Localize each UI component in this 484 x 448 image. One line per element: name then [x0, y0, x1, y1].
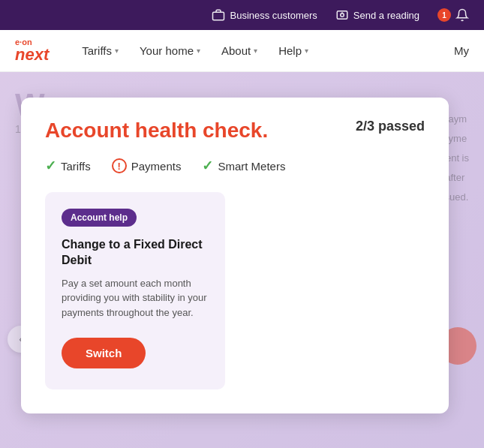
briefcase-icon — [212, 8, 225, 22]
tariffs-chevron-icon: ▾ — [115, 47, 119, 55]
check-item-tariffs: ✓ Tariffs — [45, 158, 91, 174]
meter-icon — [335, 8, 349, 22]
switch-button[interactable]: Switch — [62, 338, 146, 368]
business-customers-link[interactable]: Business customers — [212, 8, 317, 22]
check-label-tariffs: Tariffs — [61, 160, 91, 173]
top-bar: Business customers Send a reading 1 — [0, 0, 484, 30]
check-pass-icon-tariffs: ✓ — [45, 158, 56, 174]
nav-help-label: Help — [278, 44, 302, 57]
check-warn-icon-payments: ! — [112, 158, 127, 173]
svg-point-2 — [341, 14, 344, 17]
account-help-badge: Account help — [62, 209, 137, 227]
nav-about[interactable]: About ▾ — [211, 30, 268, 72]
nav-my[interactable]: My — [454, 44, 469, 57]
check-label-smart-meters: Smart Meters — [218, 160, 285, 173]
check-label-payments: Payments — [131, 160, 182, 173]
nav-tariffs-label: Tariffs — [82, 44, 112, 57]
nav-help[interactable]: Help ▾ — [268, 30, 319, 72]
logo-next-text: next — [15, 47, 49, 63]
send-reading-label: Send a reading — [353, 10, 419, 21]
card-area: Account help Change to a Fixed Direct De… — [45, 192, 425, 389]
nav-your-home[interactable]: Your home ▾ — [129, 30, 211, 72]
check-item-smart-meters: ✓ Smart Meters — [202, 158, 285, 174]
business-customers-label: Business customers — [230, 10, 317, 21]
help-chevron-icon: ▾ — [305, 47, 308, 55]
card-title: Change to a Fixed Direct Debit — [62, 237, 209, 269]
about-chevron-icon: ▾ — [254, 47, 257, 55]
nav-bar: e·on next Tariffs ▾ Your home ▾ About ▾ … — [0, 30, 484, 72]
nav-tariffs[interactable]: Tariffs ▾ — [71, 30, 129, 72]
modal-header: Account health check. 2/3 passed — [45, 119, 425, 143]
svg-rect-0 — [213, 12, 224, 20]
help-card: Account help Change to a Fixed Direct De… — [45, 192, 225, 389]
notification-count: 1 — [437, 8, 451, 22]
check-item-payments: ! Payments — [112, 158, 182, 174]
nav-my-label: My — [454, 44, 469, 57]
check-pass-icon-smart-meters: ✓ — [202, 158, 213, 174]
passed-count: 2/3 passed — [356, 119, 425, 134]
health-check-modal: Account health check. 2/3 passed ✓ Tarif… — [21, 98, 449, 413]
notification-bell[interactable]: 1 — [437, 8, 469, 22]
card-description: Pay a set amount each month providing yo… — [62, 276, 209, 320]
logo[interactable]: e·on next — [15, 38, 49, 63]
nav-your-home-label: Your home — [140, 44, 194, 57]
bell-icon — [455, 8, 469, 22]
your-home-chevron-icon: ▾ — [197, 47, 200, 55]
check-items-list: ✓ Tariffs ! Payments ✓ Smart Meters — [45, 158, 425, 174]
send-reading-link[interactable]: Send a reading — [335, 8, 419, 22]
modal-title: Account health check. — [45, 119, 268, 143]
nav-items: Tariffs ▾ Your home ▾ About ▾ Help ▾ — [71, 30, 454, 72]
nav-about-label: About — [221, 44, 251, 57]
